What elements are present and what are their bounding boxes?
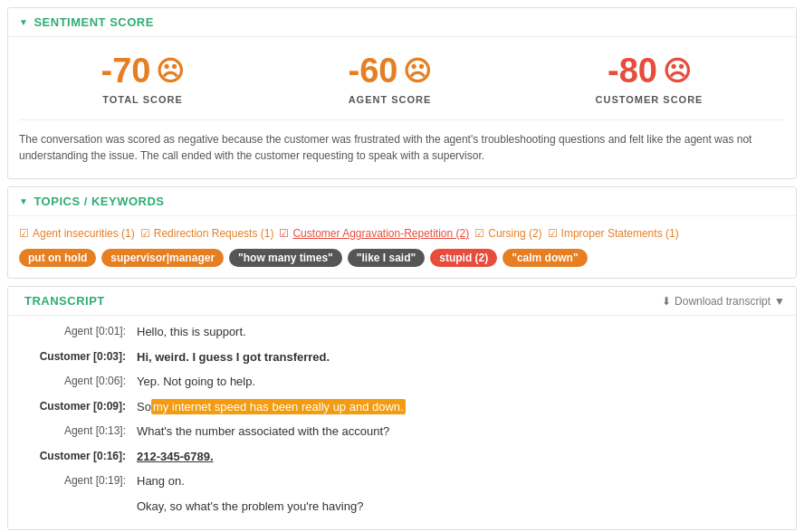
total-score-emoji: ☹ <box>156 55 184 87</box>
total-score-number: -70 <box>101 52 151 90</box>
keyword-stupid[interactable]: stupid (2) <box>430 249 497 267</box>
total-score-item: -70 ☹ TOTAL SCORE <box>101 52 185 105</box>
speaker-label: Agent [0:19]: <box>19 472 137 490</box>
topics-body: ☑ Agent insecurities (1) ☑ Redirection R… <box>8 216 796 278</box>
agent-score-label: AGENT SCORE <box>349 94 432 105</box>
topics-title: TOPICS / KEYWORDS <box>34 195 164 208</box>
customer-score-item: -80 ☹ CUSTOMER SCORE <box>596 52 704 105</box>
topic-agent-insecurities-label: Agent insecurities (1) <box>33 227 135 240</box>
topic-redirection-requests[interactable]: ☑ Redirection Requests (1) <box>140 227 274 240</box>
transcript-section: TRANSCRIPT ⬇ Download transcript ▼ Agent… <box>7 286 797 530</box>
transcript-line: Agent [0:01]: Hello, this is support. <box>19 323 785 341</box>
transcript-line: Okay, so what's the problem you're havin… <box>19 498 785 516</box>
download-label: Download transcript <box>675 295 770 308</box>
agent-score-number: -60 <box>349 52 398 90</box>
transcript-header: TRANSCRIPT ⬇ Download transcript ▼ <box>8 287 796 316</box>
agent-score-emoji: ☹ <box>403 55 431 87</box>
checkbox-icon: ☑ <box>140 227 150 240</box>
download-icon: ⬇ <box>662 295 671 308</box>
keyword-put-on-hold[interactable]: put on hold <box>19 249 96 267</box>
sentiment-body: -70 ☹ TOTAL SCORE -60 ☹ AGENT SCORE -80 … <box>8 37 796 178</box>
transcript-line: Agent [0:19]: Hang on. <box>19 472 785 490</box>
message-text: Hello, this is support. <box>137 323 785 341</box>
transcript-body: Agent [0:01]: Hello, this is support. Cu… <box>8 316 796 529</box>
speaker-label: Agent [0:01]: <box>19 323 137 341</box>
speaker-label: Customer [0:09]: <box>19 398 137 416</box>
transcript-title-text: TRANSCRIPT <box>24 294 105 308</box>
topic-aggravation-label: Customer Aggravation-Repetition (2) <box>292 227 469 240</box>
sentiment-title: SENTIMENT SCORE <box>34 15 153 29</box>
sentiment-arrow-icon: ▼ <box>19 17 28 27</box>
message-text: What's the number associated with the ac… <box>137 423 785 441</box>
transcript-line: Customer [0:16]: 212-345-6789. <box>19 448 785 466</box>
message-text: 212-345-6789. <box>137 448 785 466</box>
download-arrow-icon: ▼ <box>774 295 785 308</box>
checkbox-icon: ☑ <box>548 227 558 240</box>
agent-score-value: -60 ☹ <box>349 52 432 90</box>
speaker-label: Agent [0:13]: <box>19 423 137 441</box>
customer-score-label: CUSTOMER SCORE <box>596 94 704 105</box>
sentiment-description: The conversation was scored as negative … <box>19 119 785 164</box>
transcript-title: TRANSCRIPT <box>19 294 105 308</box>
download-transcript-button[interactable]: ⬇ Download transcript ▼ <box>662 295 785 308</box>
scores-row: -70 ☹ TOTAL SCORE -60 ☹ AGENT SCORE -80 … <box>19 52 785 105</box>
topic-customer-aggravation[interactable]: ☑ Customer Aggravation-Repetition (2) <box>279 227 469 240</box>
customer-score-number: -80 <box>608 52 657 90</box>
speaker-label <box>19 498 137 516</box>
topic-improper-label: Improper Statements (1) <box>561 227 679 240</box>
keyword-supervisor[interactable]: supervisor|manager <box>101 249 224 267</box>
topic-redirection-label: Redirection Requests (1) <box>154 227 274 240</box>
message-text: Somy internet speed has been really up a… <box>137 398 785 416</box>
message-text: Hang on. <box>137 472 785 490</box>
transcript-line: Customer [0:03]: Hi, weird. I guess I go… <box>19 348 785 366</box>
topics-arrow-icon: ▼ <box>19 196 28 206</box>
underlined-text: 212-345-6789. <box>137 450 214 463</box>
topic-cursing-label: Cursing (2) <box>488 227 541 240</box>
customer-score-value: -80 ☹ <box>608 52 691 90</box>
topic-cursing[interactable]: ☑ Cursing (2) <box>474 227 541 240</box>
customer-score-emoji: ☹ <box>663 55 691 87</box>
speaker-label: Customer [0:16]: <box>19 448 137 466</box>
sentiment-header: ▼ SENTIMENT SCORE <box>8 8 796 37</box>
speaker-label: Customer [0:03]: <box>19 348 137 366</box>
checkbox-icon: ☑ <box>474 227 484 240</box>
checkbox-icon: ☑ <box>279 227 289 240</box>
transcript-line: Agent [0:06]: Yep. Not going to help. <box>19 373 785 391</box>
transcript-line: Agent [0:13]: What's the number associat… <box>19 423 785 441</box>
sentiment-section: ▼ SENTIMENT SCORE -70 ☹ TOTAL SCORE -60 … <box>7 7 797 179</box>
message-text: Okay, so what's the problem you're havin… <box>137 498 785 516</box>
keyword-like-i-said[interactable]: "like I said" <box>348 249 425 267</box>
topics-section: ▼ TOPICS / KEYWORDS ☑ Agent insecurities… <box>7 186 797 279</box>
topics-header: ▼ TOPICS / KEYWORDS <box>8 187 796 216</box>
keyword-calm-down[interactable]: "calm down" <box>502 249 587 267</box>
total-score-label: TOTAL SCORE <box>102 94 183 105</box>
keyword-how-many-times[interactable]: "how many times" <box>229 249 342 267</box>
transcript-line: Customer [0:09]: Somy internet speed has… <box>19 398 785 416</box>
keyword-tags: put on hold supervisor|manager "how many… <box>19 249 785 267</box>
topic-agent-insecurities[interactable]: ☑ Agent insecurities (1) <box>19 227 135 240</box>
topic-improper-statements[interactable]: ☑ Improper Statements (1) <box>548 227 679 240</box>
checkbox-icon: ☑ <box>19 227 29 240</box>
speaker-label: Agent [0:06]: <box>19 373 137 391</box>
topics-row: ☑ Agent insecurities (1) ☑ Redirection R… <box>19 227 785 240</box>
highlighted-text: my internet speed has been really up and… <box>151 399 406 414</box>
message-text: Hi, weird. I guess I got transferred. <box>137 348 785 366</box>
agent-score-item: -60 ☹ AGENT SCORE <box>349 52 432 105</box>
total-score-value: -70 ☹ <box>101 52 185 90</box>
message-text: Yep. Not going to help. <box>137 373 785 391</box>
